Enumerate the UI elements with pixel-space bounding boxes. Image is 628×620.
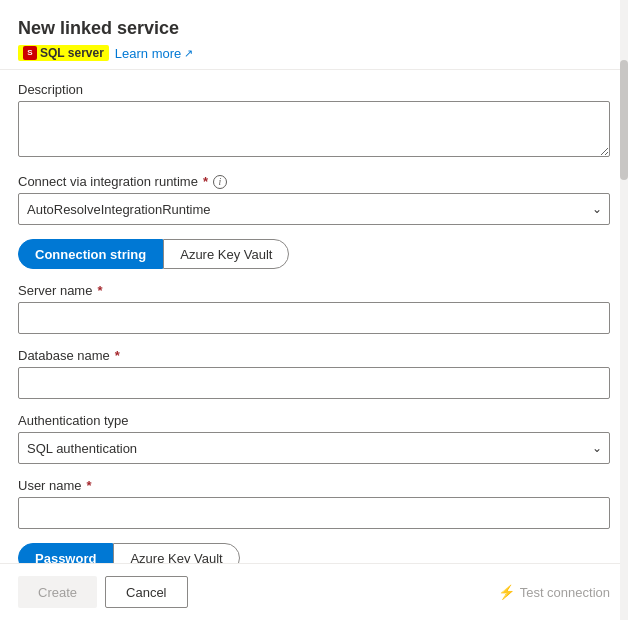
azure-key-vault-tab[interactable]: Azure Key Vault [163,239,289,269]
scrollbar-thumb [620,60,628,180]
database-name-group: Database name * [18,348,610,399]
footer: Create Cancel ⚡ Test connection [0,563,628,620]
connection-string-tab[interactable]: Connection string [18,239,163,269]
database-name-required-star: * [115,348,120,363]
header-subtitle: S SQL server Learn more ↗ [18,45,610,61]
test-connection-icon: ⚡ [498,584,515,600]
runtime-required-star: * [203,174,208,189]
database-name-input[interactable] [18,367,610,399]
learn-more-link[interactable]: Learn more ↗ [115,46,193,61]
learn-more-label: Learn more [115,46,181,61]
auth-type-select[interactable]: SQL authentication Windows authenticatio… [18,432,610,464]
auth-type-select-wrapper: SQL authentication Windows authenticatio… [18,432,610,464]
server-name-required-star: * [97,283,102,298]
scrollbar-track [620,0,628,620]
connection-toggle-group: Connection string Azure Key Vault [18,239,610,269]
external-link-icon: ↗ [184,47,193,60]
badge-label: SQL server [40,46,104,60]
auth-type-label: Authentication type [18,413,610,428]
password-toggle-group: Password Azure Key Vault [18,543,610,563]
server-name-input[interactable] [18,302,610,334]
cancel-button[interactable]: Cancel [105,576,187,608]
runtime-label: Connect via integration runtime * i [18,174,610,189]
header: New linked service S SQL server Learn mo… [0,0,628,70]
sql-badge-icon: S [23,46,37,60]
test-connection-button: ⚡ Test connection [498,584,610,600]
runtime-select-wrapper: AutoResolveIntegrationRuntime ⌄ [18,193,610,225]
runtime-select[interactable]: AutoResolveIntegrationRuntime [18,193,610,225]
user-name-input[interactable] [18,497,610,529]
password-tab[interactable]: Password [18,543,113,563]
footer-actions: Create Cancel [18,576,188,608]
server-name-group: Server name * [18,283,610,334]
user-name-group: User name * [18,478,610,529]
test-connection-label: Test connection [520,585,610,600]
user-name-label: User name * [18,478,610,493]
database-name-label: Database name * [18,348,610,363]
runtime-group: Connect via integration runtime * i Auto… [18,174,610,225]
auth-type-group: Authentication type SQL authentication W… [18,413,610,464]
description-label: Description [18,82,610,97]
panel: New linked service S SQL server Learn mo… [0,0,628,620]
content-area: Description Connect via integration runt… [0,70,628,563]
runtime-info-icon[interactable]: i [213,175,227,189]
description-input[interactable] [18,101,610,157]
sql-badge: S SQL server [18,45,109,61]
azure-key-vault-tab2[interactable]: Azure Key Vault [113,543,239,563]
user-name-required-star: * [87,478,92,493]
description-group: Description [18,82,610,160]
server-name-label: Server name * [18,283,610,298]
page-title: New linked service [18,18,610,39]
create-button[interactable]: Create [18,576,97,608]
